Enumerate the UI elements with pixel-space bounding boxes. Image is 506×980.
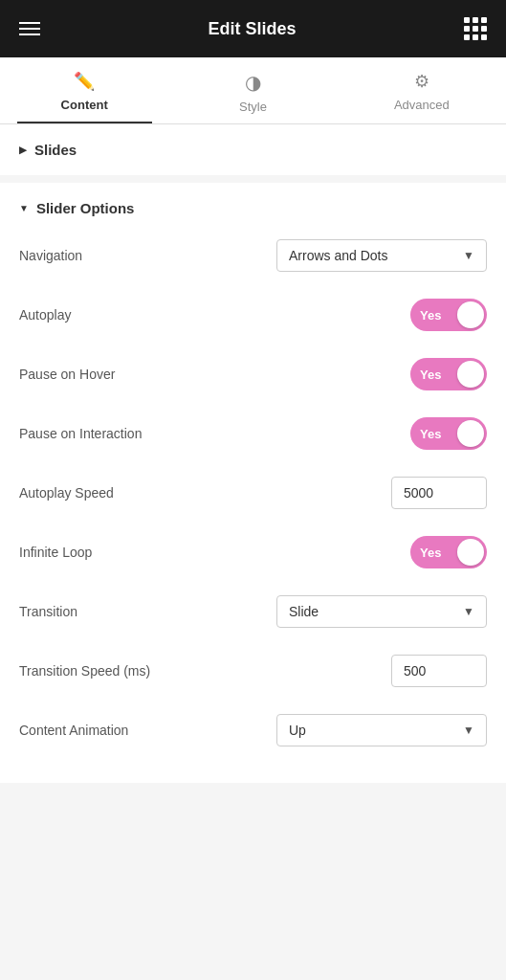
slides-section-label: Slides xyxy=(34,142,77,158)
transition-speed-input[interactable] xyxy=(391,655,487,687)
autoplay-speed-label: Autoplay Speed xyxy=(19,485,114,501)
tabs-bar: ✏️ Content ◑ Style ⚙ Advanced xyxy=(0,57,506,124)
transition-dropdown[interactable]: Slide ▼ xyxy=(276,595,487,628)
slider-options-label: Slider Options xyxy=(36,200,135,216)
autoplay-speed-row: Autoplay Speed xyxy=(0,463,506,523)
navigation-chevron-icon: ▼ xyxy=(463,249,474,262)
content-animation-chevron-icon: ▼ xyxy=(463,724,474,737)
transition-label: Transition xyxy=(19,604,77,619)
navigation-label: Navigation xyxy=(19,248,82,263)
autoplay-label: Autoplay xyxy=(19,307,71,323)
infinite-loop-toggle-value: Yes xyxy=(420,546,441,560)
transition-speed-row: Transition Speed (ms) xyxy=(0,641,506,701)
autoplay-toggle-value: Yes xyxy=(420,308,441,323)
content-animation-label: Content Animation xyxy=(19,723,128,738)
autoplay-speed-input[interactable] xyxy=(391,477,487,509)
pause-interaction-label: Pause on Interaction xyxy=(19,426,142,441)
slides-section-header[interactable]: ▶ Slides xyxy=(0,124,506,175)
pause-interaction-toggle[interactable]: Yes xyxy=(410,417,487,450)
content-animation-value: Up xyxy=(289,723,306,738)
transition-chevron-icon: ▼ xyxy=(463,605,474,618)
pause-interaction-toggle-value: Yes xyxy=(420,427,441,441)
header-title: Edit Slides xyxy=(208,19,296,39)
slider-options-header[interactable]: ▼ Slider Options xyxy=(0,183,506,226)
infinite-loop-toggle-knob xyxy=(457,539,484,566)
slides-section: ▶ Slides xyxy=(0,124,506,175)
navigation-dropdown[interactable]: Arrows and Dots ▼ xyxy=(276,239,487,272)
main-content: ▶ Slides ▼ Slider Options Navigation Arr… xyxy=(0,124,506,980)
slider-options-section: ▼ Slider Options Navigation Arrows and D… xyxy=(0,183,506,783)
infinite-loop-label: Infinite Loop xyxy=(19,545,92,560)
tab-advanced[interactable]: ⚙ Advanced xyxy=(338,57,506,123)
navigation-value: Arrows and Dots xyxy=(289,248,387,263)
pause-interaction-toggle-knob xyxy=(457,420,484,447)
autoplay-row: Autoplay Yes xyxy=(0,285,506,345)
transition-row: Transition Slide ▼ xyxy=(0,582,506,641)
halfcircle-icon: ◑ xyxy=(245,71,261,94)
transition-speed-label: Transition Speed (ms) xyxy=(19,663,150,679)
navigation-row: Navigation Arrows and Dots ▼ xyxy=(0,226,506,285)
pause-interaction-row: Pause on Interaction Yes xyxy=(0,404,506,463)
tab-advanced-label: Advanced xyxy=(394,98,450,112)
gear-icon: ⚙ xyxy=(414,71,429,92)
tab-content[interactable]: ✏️ Content xyxy=(0,57,168,123)
pause-hover-label: Pause on Hover xyxy=(19,367,115,382)
menu-icon[interactable] xyxy=(19,22,40,35)
chevron-right-icon: ▶ xyxy=(19,145,27,155)
tab-content-label: Content xyxy=(61,98,108,112)
pause-hover-toggle-value: Yes xyxy=(420,368,441,382)
transition-value: Slide xyxy=(289,604,319,619)
infinite-loop-toggle[interactable]: Yes xyxy=(410,536,487,568)
chevron-down-icon: ▼ xyxy=(19,203,29,213)
content-animation-dropdown[interactable]: Up ▼ xyxy=(276,714,487,746)
infinite-loop-row: Infinite Loop Yes xyxy=(0,523,506,582)
pause-hover-row: Pause on Hover Yes xyxy=(0,345,506,404)
autoplay-toggle[interactable]: Yes xyxy=(410,299,487,331)
tab-style-label: Style xyxy=(239,100,267,114)
pencil-icon: ✏️ xyxy=(74,71,95,92)
header: Edit Slides xyxy=(0,0,506,57)
autoplay-toggle-knob xyxy=(457,301,484,328)
grid-icon[interactable] xyxy=(464,17,487,40)
pause-hover-toggle-knob xyxy=(457,361,484,388)
pause-hover-toggle[interactable]: Yes xyxy=(410,358,487,390)
content-animation-row: Content Animation Up ▼ xyxy=(0,701,506,760)
tab-style[interactable]: ◑ Style xyxy=(168,57,337,123)
